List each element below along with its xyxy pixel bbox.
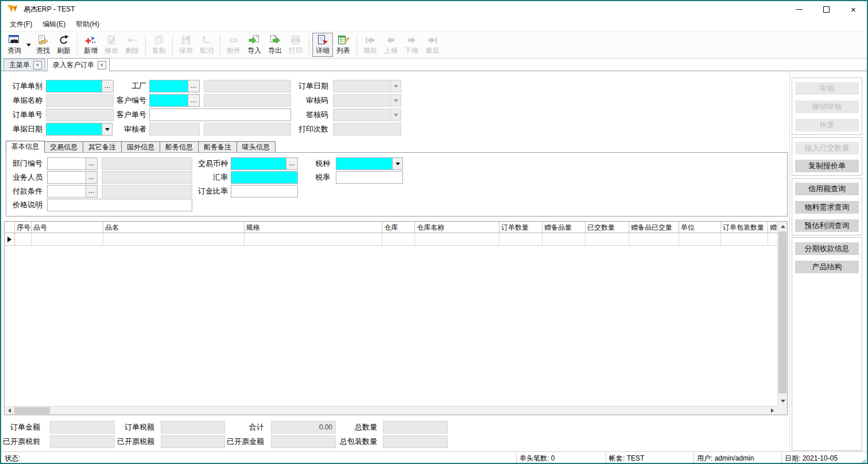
deposit-ratio-field[interactable]: [231, 185, 298, 198]
tab-close-icon[interactable]: ×: [98, 61, 106, 69]
grid-col-gift-partial[interactable]: 赠备: [768, 222, 777, 233]
grid-vertical-scrollbar[interactable]: [777, 222, 787, 406]
add-icon: [84, 34, 97, 46]
tab-main-menu[interactable]: 主菜单 ×: [3, 59, 45, 71]
scroll-right-icon[interactable]: [768, 407, 777, 415]
estimated-profit-query-button[interactable]: 预估利润查询: [795, 219, 859, 232]
dropdown-icon[interactable]: [393, 157, 403, 170]
grid-col-delivered-qty[interactable]: 已交数量: [586, 222, 629, 233]
invoiced-pretax-label: 已开票税前: [2, 435, 40, 448]
print-count-field: [333, 123, 401, 136]
factory-field[interactable]: ...: [149, 80, 200, 92]
lookup-icon[interactable]: ...: [188, 80, 200, 92]
toolbar-query-button[interactable]: 查询: [4, 33, 25, 57]
lookup-icon[interactable]: ...: [86, 171, 98, 184]
undo-icon: [200, 34, 213, 46]
currency-field[interactable]: ...: [231, 157, 298, 170]
subtab-shipping-notes[interactable]: 船务备注: [198, 141, 237, 153]
first-record-icon: [364, 34, 377, 46]
exchange-rate-field[interactable]: [231, 171, 298, 184]
tab-customer-order-entry[interactable]: 录入客户订单 ×: [47, 58, 110, 71]
scroll-left-icon[interactable]: [5, 407, 14, 415]
lookup-icon[interactable]: ...: [188, 94, 200, 107]
tax-rate-field[interactable]: [336, 171, 403, 184]
salesperson-name-field: [102, 171, 192, 184]
toolbar-prev-button: 上移: [381, 33, 401, 57]
doc-name-field: [46, 94, 114, 107]
toolbar-find-button[interactable]: 查找: [33, 33, 53, 57]
last-record-icon: [426, 34, 439, 46]
subtab-shipping-mark-info[interactable]: 唛头信息: [237, 141, 276, 153]
lookup-icon[interactable]: ...: [86, 185, 98, 198]
menu-help[interactable]: 帮助(H): [71, 18, 104, 31]
scrollbar-thumb[interactable]: [14, 407, 50, 414]
grid-col-spec[interactable]: 规格: [245, 222, 382, 233]
toolbar-add-button[interactable]: 新增: [80, 33, 101, 57]
current-date: 日期: 2021-10-05: [785, 452, 838, 464]
doc-date-field[interactable]: [46, 123, 113, 136]
void-button: 作废: [795, 119, 859, 132]
order-no-label: 订单单号: [6, 109, 42, 121]
scrollbar-thumb[interactable]: [778, 231, 786, 393]
payment-terms-field[interactable]: ...: [47, 185, 98, 198]
grid-col-gift-delivered-qty[interactable]: 赠备品已交量: [629, 222, 679, 233]
price-note-field[interactable]: [47, 199, 192, 211]
grid-col-item-no[interactable]: 品号: [32, 222, 103, 233]
subtab-trade-info[interactable]: 交易信息: [44, 141, 83, 153]
grid-col-warehouse[interactable]: 仓库: [382, 222, 415, 233]
customer-no-field[interactable]: ...: [149, 94, 200, 107]
customer-order-no-field[interactable]: [149, 109, 291, 121]
lookup-icon[interactable]: ...: [86, 157, 98, 170]
toolbar-copy-button: 复制: [149, 33, 169, 57]
toolbar-first-button: 最前: [360, 33, 381, 57]
order-type-field[interactable]: ...: [46, 80, 114, 92]
tab-close-icon[interactable]: ×: [33, 61, 42, 69]
total-pkg-qty-field: [383, 435, 448, 448]
lookup-icon[interactable]: ...: [286, 157, 298, 170]
toolbar-detail-button[interactable]: 详细: [312, 33, 333, 57]
copy-quotation-button[interactable]: 复制报价单: [795, 160, 859, 172]
toolbar-refresh-button[interactable]: 刷新: [53, 33, 74, 57]
menu-file[interactable]: 文件(F): [5, 18, 37, 31]
salesperson-field[interactable]: ...: [47, 171, 98, 184]
tax-type-field[interactable]: [336, 157, 403, 170]
close-button[interactable]: ×: [840, 1, 867, 17]
grid-col-unit[interactable]: 单位: [679, 222, 721, 233]
menu-edit[interactable]: 编辑(E): [37, 18, 71, 31]
toolbar-list-button[interactable]: 列表: [333, 33, 354, 57]
subtab-basic-info[interactable]: 基本信息: [6, 141, 45, 153]
maximize-button[interactable]: [813, 1, 840, 17]
installment-info-button[interactable]: 分期收款信息: [795, 242, 859, 255]
subtab-foreign-info[interactable]: 国外信息: [121, 141, 160, 153]
grid-col-seq[interactable]: 序号: [15, 222, 32, 233]
order-lines-grid: 序号 品号 品名 规格 仓库 仓库名称 订单数量 赠备品量 已交数量 赠备品已交…: [4, 221, 788, 415]
grid-col-order-pkg-qty[interactable]: 订单包装数量: [721, 222, 768, 233]
order-amount-field: [50, 421, 115, 434]
grid-col-gift-qty[interactable]: 赠备品量: [542, 222, 586, 233]
payment-terms-label: 付款条件: [9, 185, 42, 198]
resize-grip[interactable]: ◢: [861, 458, 866, 464]
delivery-button-group: 输入已交数量 复制报价单: [792, 137, 862, 176]
scroll-down-icon[interactable]: [778, 396, 788, 406]
grid-col-warehouse-name[interactable]: 仓库名称: [415, 222, 499, 233]
toolbar-query-dropdown[interactable]: [25, 33, 33, 57]
grid-col-order-qty[interactable]: 订单数量: [499, 222, 542, 233]
subtab-other-notes[interactable]: 其它备注: [83, 141, 122, 153]
invoiced-amount-label: 已开票金额: [225, 435, 264, 448]
dropdown-icon: [391, 109, 401, 121]
material-demand-query-button[interactable]: 物料需求查询: [795, 201, 859, 214]
grid-col-item-name[interactable]: 品名: [103, 222, 245, 233]
subtab-shipping-info[interactable]: 船务信息: [160, 141, 199, 153]
credit-limit-query-button[interactable]: 信用额查询: [795, 183, 859, 195]
minimize-button[interactable]: [786, 1, 813, 17]
product-structure-button[interactable]: 产品结构: [795, 261, 859, 273]
delete-icon: [126, 34, 138, 46]
toolbar-import-button[interactable]: 导入: [244, 33, 265, 57]
audit-button-group: 审核 撤销审核 作废: [792, 78, 862, 135]
grid-row[interactable]: [5, 233, 777, 246]
grid-horizontal-scrollbar[interactable]: [5, 406, 777, 415]
dept-no-field[interactable]: ...: [47, 157, 98, 170]
toolbar-export-button[interactable]: 导出: [265, 33, 285, 57]
doc-name-label: 单据名称: [6, 94, 42, 107]
scroll-up-icon[interactable]: [778, 222, 788, 231]
